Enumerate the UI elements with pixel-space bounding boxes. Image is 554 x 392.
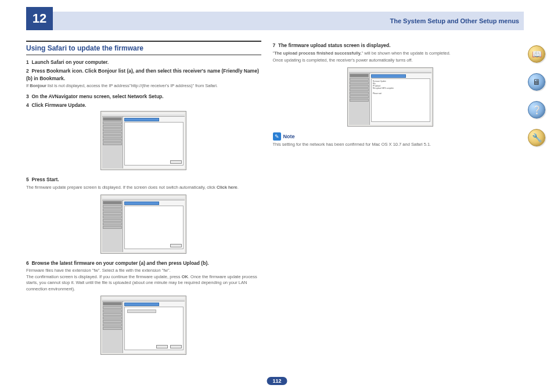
right-column: 7 The firmware upload status screen is d…: [273, 41, 508, 361]
side-icons: 📖 🖥 ❔ 🔧: [528, 45, 545, 146]
note-heading: ✎ Note: [273, 132, 508, 141]
header-title: The System Setup and Other Setup menus: [390, 17, 520, 24]
content: Using Safari to update the firmware 1 La…: [26, 41, 508, 361]
step-1: 1 Launch Safari on your computer.: [26, 59, 261, 66]
section-title: Using Safari to update the firmware: [26, 41, 261, 55]
step-4: 4 Click Firmware Update.: [26, 102, 261, 109]
page-number: 112: [267, 377, 287, 385]
step-7-desc: "The upload process finished successfull…: [273, 51, 508, 57]
step-5-desc: The firmware update prepare screen is di…: [26, 185, 261, 191]
screenshot-press-start: [100, 195, 186, 254]
note-label: Note: [283, 134, 295, 139]
question-icon[interactable]: ❔: [528, 101, 545, 118]
step-3: 3 On the AVNavigator menu screen, select…: [26, 93, 261, 100]
chapter-number: 12: [26, 7, 53, 30]
step-6: 6 Browse the latest firmware on your com…: [26, 260, 261, 267]
step-5: 5 Press Start.: [26, 176, 261, 184]
note-icon: ✎: [273, 132, 281, 141]
screenshot-upload-status: Firmware UpdateFileIP UploadFile upload …: [347, 67, 433, 127]
header-bar: The System Setup and Other Setup menus: [26, 12, 524, 30]
book-icon[interactable]: 📖: [528, 45, 545, 63]
screenshot-firmware-update: [100, 111, 186, 170]
step-2: 2 Press Bookmark icon. Click Bonjour lis…: [26, 67, 261, 82]
step-6-desc: Firmware files have the extension "fw". …: [26, 268, 261, 292]
step-7-desc2: Once updating is completed, the receiver…: [273, 57, 508, 64]
step-7: 7 The firmware upload status screen is d…: [273, 42, 508, 49]
step-2-desc: If Bonjour list is not displayed, access…: [26, 83, 261, 89]
computer-icon[interactable]: 🖥: [528, 73, 545, 91]
tools-icon[interactable]: 🔧: [528, 129, 545, 146]
note-text: This setting for the network has been co…: [273, 142, 508, 148]
screenshot-upload: [100, 296, 186, 355]
left-column: Using Safari to update the firmware 1 La…: [26, 41, 261, 361]
